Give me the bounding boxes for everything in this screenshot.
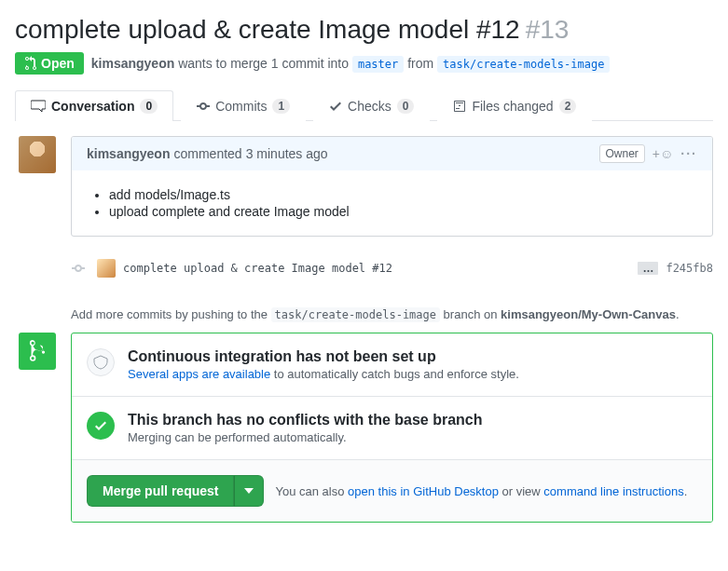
check-icon <box>87 412 115 440</box>
diff-icon <box>453 99 466 114</box>
state-label: Open <box>41 56 75 71</box>
commit-sha[interactable]: f245fb8 <box>666 262 713 275</box>
commit-row: complete upload & create Image model #12… <box>71 252 713 285</box>
files-count: 2 <box>559 99 577 114</box>
tab-files[interactable]: Files changed 2 <box>437 90 592 121</box>
cli-instructions-link[interactable]: command line instructions <box>543 484 683 498</box>
chevron-down-icon <box>244 488 254 494</box>
head-branch[interactable]: task/create-models-image <box>437 56 610 73</box>
comment-bullet: upload complete and create Image model <box>109 204 697 219</box>
open-desktop-link[interactable]: open this in GitHub Desktop <box>348 484 499 498</box>
conflict-title: This branch has no conflicts with the ba… <box>128 412 483 428</box>
comment-body: add models/Image.tsupload complete and c… <box>72 170 712 236</box>
pr-icon <box>24 56 37 71</box>
merge-dropdown-button[interactable] <box>234 475 264 507</box>
conversation-count: 0 <box>140 99 158 114</box>
checks-icon <box>329 99 342 114</box>
tab-commits[interactable]: Commits 1 <box>181 90 306 121</box>
ci-apps-link[interactable]: Several apps are available <box>128 367 270 381</box>
merge-status-icon <box>19 333 56 370</box>
conflict-sub: Merging can be performed automatically. <box>128 430 483 444</box>
tabs: Conversation 0 Commits 1 Checks 0 Files … <box>15 89 713 121</box>
branch-ref: task/create-models-image <box>271 307 440 322</box>
kebab-icon[interactable]: ··· <box>680 146 697 161</box>
commit-icon <box>197 99 210 114</box>
repo-link[interactable]: kimsangyeon/My-Own-Canvas <box>501 307 676 321</box>
tab-checks[interactable]: Checks 0 <box>313 90 430 121</box>
pr-title: complete upload & create Image model #12 <box>15 15 520 45</box>
checks-count: 0 <box>397 99 415 114</box>
commit-dot-icon <box>71 261 86 276</box>
avatar[interactable] <box>97 259 116 278</box>
ci-icon <box>87 348 115 376</box>
conversation-icon <box>31 99 46 114</box>
comment-author[interactable]: kimsangyeon <box>87 146 170 161</box>
comment-time[interactable]: 3 minutes ago <box>246 146 328 161</box>
commit-message[interactable]: complete upload & create Image model #12 <box>123 262 630 275</box>
avatar[interactable] <box>19 136 56 173</box>
pr-author[interactable]: kimsangyeon <box>91 56 174 71</box>
tab-conversation[interactable]: Conversation 0 <box>15 90 173 121</box>
ci-title: Continuous integration has not been set … <box>128 348 519 365</box>
commits-count: 1 <box>272 99 290 114</box>
base-branch[interactable]: master <box>352 56 404 73</box>
push-hint: Add more commits by pushing to the task/… <box>71 307 713 321</box>
meta-text: from <box>404 56 437 71</box>
pr-number: #13 <box>526 15 570 45</box>
comment-bullet: add models/Image.ts <box>109 187 697 202</box>
merge-box: Continuous integration has not been set … <box>71 333 713 523</box>
owner-badge: Owner <box>599 144 645 163</box>
meta-text: wants to merge 1 commit into <box>174 56 352 71</box>
add-reaction-button[interactable]: +☺ <box>652 146 673 161</box>
comment: kimsangyeon commented 3 minutes ago Owne… <box>71 136 713 237</box>
expand-button[interactable]: … <box>638 262 658 275</box>
merge-button[interactable]: Merge pull request <box>87 475 234 507</box>
state-badge: Open <box>15 52 84 75</box>
